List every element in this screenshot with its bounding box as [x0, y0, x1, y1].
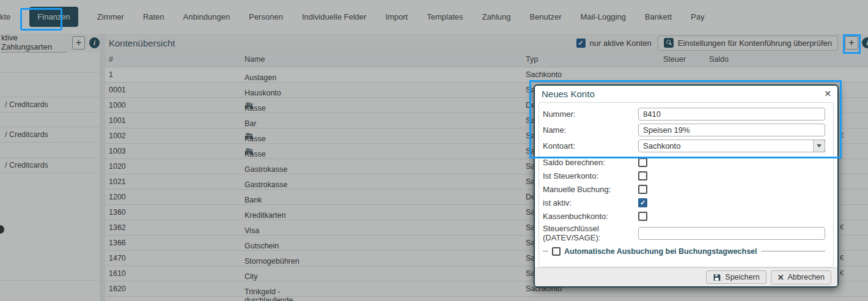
dialog-title: Neues Konto [542, 89, 595, 99]
dialog-body: Nummer:Name:Kontoart: Saldo berechnen:✓I… [539, 102, 834, 267]
tax-key-field[interactable] [638, 227, 825, 240]
name-field[interactable] [638, 124, 825, 136]
save-icon [713, 273, 721, 281]
x-icon: ✕ [778, 273, 784, 282]
kassenbuchkonto-label: Kassenbuchkonto: [543, 212, 638, 221]
saldo-berechnen-checkbox[interactable]: ✓ [638, 158, 647, 167]
nummer-field[interactable] [638, 108, 825, 121]
close-icon[interactable]: ✕ [824, 89, 831, 98]
chevron-down-icon[interactable] [813, 139, 825, 152]
dialog-header: Neues Konto ✕ [535, 86, 837, 102]
manuelle-buchung-label: Manuelle Buchung: [543, 185, 638, 194]
kontoart-label: Kontoart: [543, 141, 638, 150]
kontoart-field[interactable] [638, 139, 825, 152]
auto-writeoff-fieldset: ✓ Automatische Ausbuchung bei Buchungsta… [543, 247, 825, 256]
auto-writeoff-checkbox[interactable]: ✓ [552, 247, 561, 256]
new-account-dialog: Neues Konto ✕ Nummer:Name:Kontoart: Sald… [534, 84, 839, 288]
ist-aktiv-checkbox[interactable]: ✓ [638, 198, 647, 207]
kassenbuchkonto-checkbox[interactable]: ✓ [638, 212, 647, 221]
ist-steuerkonto-checkbox[interactable]: ✓ [638, 171, 647, 180]
manuelle-buchung-checkbox[interactable]: ✓ [638, 185, 647, 194]
name-label: Name: [543, 125, 638, 135]
auto-writeoff-label: Automatische Ausbuchung bei Buchungstagw… [564, 247, 757, 256]
saldo-berechnen-label: Saldo berechnen: [543, 158, 638, 167]
cancel-button[interactable]: ✕ Abbrechen [771, 270, 831, 284]
save-button[interactable]: Speichern [706, 270, 766, 284]
nummer-label: Nummer: [543, 110, 638, 119]
ist-steuerkonto-label: Ist Steuerkonto: [543, 171, 638, 180]
tax-key-label: Steuerschlüssel (DATEV/SAGE): [543, 225, 638, 243]
ist-aktiv-label: ist aktiv: [543, 198, 638, 207]
dialog-footer: Speichern ✕ Abbrechen [535, 267, 837, 286]
